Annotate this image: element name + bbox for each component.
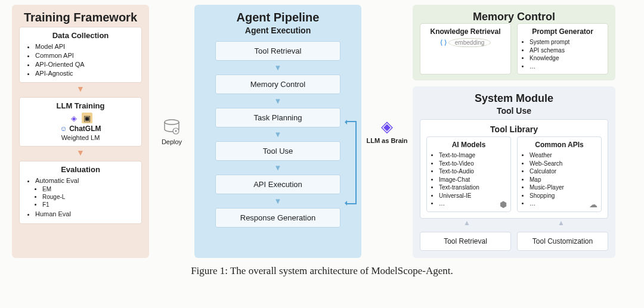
- list-item: Automatic Eval: [35, 176, 135, 185]
- tool-customization-box: Tool Customization: [517, 232, 608, 251]
- evaluation-sublist: EM Rouge-L F1: [42, 185, 135, 209]
- list-item: Image-Chat: [439, 176, 506, 184]
- up-arrow-icon: ▲: [420, 219, 514, 227]
- pipeline-step: Task Planning: [215, 108, 340, 127]
- right-column: Memory Control Knowledge Retrieval ⟨ ⟩ e…: [413, 5, 615, 258]
- pipeline-subtitle: Agent Execution: [245, 26, 311, 35]
- llm-training-heading: LLM Training: [26, 101, 135, 110]
- weighted-lm-label: Weighted LM: [26, 134, 135, 141]
- pipeline-step: Response Generation: [215, 208, 340, 228]
- architecture-diagram: Training Framework Data Collection Model…: [12, 5, 632, 258]
- list-item: Shopping: [530, 192, 596, 200]
- training-icons: ◈ ▣: [26, 113, 135, 123]
- tool-retrieval-box: Tool Retrieval: [420, 232, 511, 251]
- list-item: F1: [42, 201, 135, 209]
- embedding-label: embedding: [448, 38, 491, 47]
- up-arrow-icon: ▲: [514, 219, 608, 227]
- training-title: Training Framework: [24, 11, 137, 24]
- training-framework-panel: Training Framework Data Collection Model…: [12, 5, 149, 258]
- down-arrow-icon: ▼: [76, 84, 85, 94]
- pipeline-step: Tool Use: [215, 141, 340, 161]
- pipeline-step: API Execution: [215, 175, 340, 194]
- knowledge-heading: Knowledge Retrieval: [425, 27, 506, 36]
- list-item: Web-Search: [530, 160, 596, 168]
- brain-cube-icon: ◈: [381, 117, 393, 136]
- list-item: API-Oriented QA: [35, 60, 135, 69]
- svg-point-0: [165, 120, 179, 125]
- list-item: Weather: [530, 151, 596, 160]
- memory-title: Memory Control: [473, 11, 555, 23]
- deploy-label: Deploy: [162, 138, 182, 145]
- tool-library-block: Tool Library AI Models Text-to-Image Tex…: [420, 119, 608, 219]
- list-item: System prompt: [530, 38, 603, 46]
- list-item: Music-Player: [530, 183, 596, 192]
- down-arrow-icon: ▼: [274, 97, 282, 105]
- evaluation-block: Evaluation Automatic Eval EM Rouge-L F1 …: [19, 161, 142, 224]
- down-arrow-icon: ▼: [76, 148, 85, 157]
- brain-label: LLM as Brain: [366, 137, 407, 145]
- list-item: Common API: [35, 51, 135, 60]
- list-item: Text-translation: [439, 183, 506, 192]
- database-gear-icon: [162, 117, 182, 137]
- pipeline-step: Memory Control: [215, 74, 340, 94]
- evaluation-list2: Human Eval: [35, 210, 135, 219]
- common-apis-heading: Common APIs: [522, 141, 596, 149]
- common-apis-box: Common APIs Weather Web-Search Calculato…: [517, 136, 602, 212]
- list-item: Text-to-Image: [439, 151, 506, 160]
- llm-brain-connector: ◈ LLM as Brain: [366, 5, 408, 258]
- down-arrow-icon: ▼: [274, 163, 282, 172]
- down-arrow-icon: ▼: [274, 63, 282, 72]
- system-module-panel: System Module Tool Use Tool Library AI M…: [413, 86, 615, 258]
- llm-training-block: LLM Training ◈ ▣ ☺ ChatGLM Weighted LM: [19, 97, 142, 147]
- cube-icon: ◈: [69, 113, 79, 123]
- system-subtitle: Tool Use: [497, 106, 531, 116]
- list-item: API-Agnostic: [35, 69, 135, 78]
- svg-point-2: [175, 130, 177, 132]
- list-item: Map: [530, 176, 596, 184]
- list-item: Rouge-L: [42, 193, 135, 201]
- list-item: Knowledge: [530, 54, 603, 63]
- loop-arrow-icon: [346, 121, 357, 204]
- list-item: …: [439, 200, 506, 208]
- data-collection-heading: Data Collection: [26, 31, 135, 40]
- bot-icon: ☺: [60, 125, 67, 133]
- knowledge-retrieval-box: Knowledge Retrieval ⟨ ⟩ embedding: [420, 23, 511, 74]
- pipeline-title: Agent Pipeline: [237, 11, 320, 24]
- figure-caption: Figure 1: The overall system architectur…: [12, 265, 632, 277]
- cloud-api-icon: ☁: [589, 200, 597, 209]
- cube-solid-icon: ⬢: [500, 200, 507, 209]
- ai-models-box: AI Models Text-to-Image Text-to-Video Te…: [426, 136, 511, 212]
- brackets-icon: ⟨ ⟩: [440, 39, 447, 46]
- image-icon: ▣: [82, 113, 92, 123]
- chatglm-row: ☺ ChatGLM: [26, 125, 135, 133]
- list-item: API schemas: [530, 46, 603, 55]
- prompt-generator-box: Prompt Generator System prompt API schem…: [517, 23, 608, 74]
- memory-control-panel: Memory Control Knowledge Retrieval ⟨ ⟩ e…: [413, 5, 615, 80]
- list-item: Model API: [35, 42, 135, 51]
- list-item: Human Eval: [35, 210, 135, 219]
- list-item: …: [530, 200, 596, 208]
- ai-models-heading: AI Models: [432, 141, 506, 149]
- chatglm-label: ChatGLM: [69, 125, 101, 133]
- list-item: …: [530, 63, 603, 71]
- evaluation-list: Automatic Eval: [35, 176, 135, 185]
- down-arrow-icon: ▼: [274, 130, 282, 139]
- list-item: EM: [42, 185, 135, 193]
- deploy-connector: Deploy: [154, 5, 190, 258]
- prompt-heading: Prompt Generator: [522, 27, 603, 36]
- data-collection-block: Data Collection Model API Common API API…: [19, 27, 142, 83]
- system-title: System Module: [475, 92, 553, 105]
- down-arrow-icon: ▼: [274, 197, 282, 206]
- list-item: Universal-IE: [439, 192, 506, 200]
- pipeline-step: Tool Retrieval: [215, 41, 340, 61]
- tool-library-heading: Tool Library: [426, 125, 602, 134]
- list-item: Text-to-Video: [439, 160, 506, 168]
- data-collection-list: Model API Common API API-Oriented QA API…: [35, 42, 135, 77]
- list-item: Calculator: [530, 167, 596, 176]
- evaluation-heading: Evaluation: [26, 165, 135, 174]
- agent-pipeline-panel: Agent Pipeline Agent Execution Tool Retr…: [194, 5, 361, 258]
- list-item: Text-to-Audio: [439, 167, 506, 176]
